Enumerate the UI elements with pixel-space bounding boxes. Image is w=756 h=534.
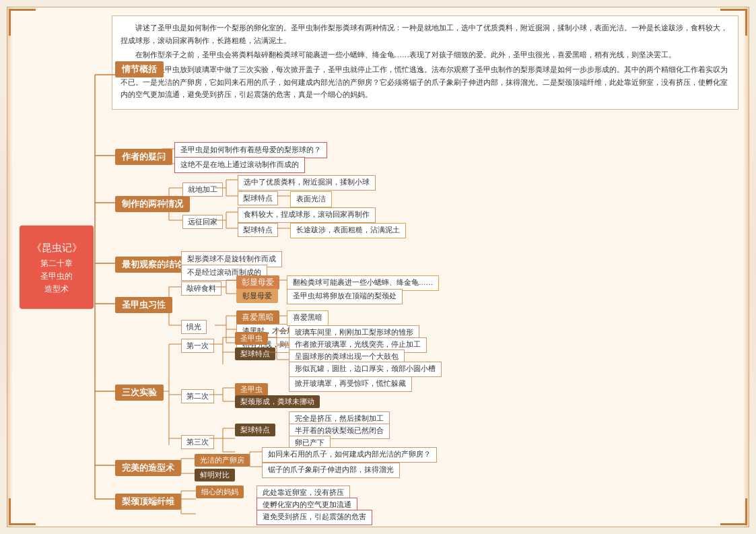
jiudi-desc: 选中了优质粪料，附近掘洞，揉制小球 (238, 175, 376, 191)
paragraph-line3: 作者将圣甲虫放到玻璃罩中做了三次实验，每次掀开盖子，圣甲虫就停止工作，慌忙逃逸。… (121, 63, 730, 101)
jiudi-features-label: 梨球特点 (238, 191, 278, 205)
di-san-ci: 第三次 (181, 435, 214, 449)
chapter-title: 第二十章圣甲虫的造型术 (25, 257, 88, 296)
corner-decoration-tl (9, 9, 36, 36)
zhang-muai-2: 彰显母爱 (236, 289, 278, 303)
jiudi-jiagong: 就地加工 (182, 182, 223, 197)
sanci-second-desc1: 掀开玻璃罩，再受惊吓，慌忙躲藏 (289, 376, 412, 392)
section-zuozhe-yiwen: 作者的疑问 (115, 149, 172, 165)
section-zhizuo: 制作的两种情况 (115, 196, 190, 212)
shengjiachong-luan: 圣甲虫却将卵放在顶端的梨颈处 (287, 289, 403, 304)
lijing-desc3: 避免受到挤压，引起震荡的危害 (256, 510, 372, 525)
section-zuichu: 最初观察的结论 (115, 257, 190, 273)
qiao-shiliao: 敲碎食料 (181, 281, 221, 296)
section-lijing: 梨颈顶端纤维 (115, 494, 181, 510)
paragraph-line2: 在制作型亲子之前，圣甲虫会将粪料敲碎翻检粪球可能裹进一些小蟋蟀、绛金龟……表现了… (121, 48, 730, 61)
section-wanmei: 完美的造型术 (115, 460, 181, 476)
lijing-label: 细心的妈妈 (196, 486, 244, 498)
sanci-second-lijiu: 梨颈形成，粪球未挪动 (235, 395, 320, 408)
yuanzheng-feature: 长途跋涉，表面粗糙，沾满泥土 (290, 223, 406, 238)
di-yi-ci: 第一次 (181, 339, 214, 353)
ju-guang: 惧光 (181, 320, 207, 334)
xi-hei-an: 喜爱黑暗 (236, 310, 279, 325)
corner-decoration-br (720, 498, 747, 525)
question-2: 这绝不是在地上通过滚动制作而成的 (174, 157, 305, 173)
sanci-first-lijiu-desc2: 形似瓦罐，圆肚，边口厚实，颈部小圆小槽 (289, 362, 442, 377)
wanmei-q1: 如同来石用的爪子，如何建成内部光洁的产卵房？ (262, 447, 437, 463)
di-er-ci: 第二次 (181, 389, 214, 403)
zhang-muai: 彰显母爱 (236, 275, 279, 290)
sanci-third-lijiu-label: 梨球特点 (235, 424, 275, 436)
wanmei-contrast: 鲜明对比 (195, 469, 235, 481)
section-xixing: 圣甲虫习性 (115, 297, 172, 313)
title-block: 《昆虫记》 第二十章圣甲虫的造型术 (20, 225, 94, 309)
book-title: 《昆虫记》 (25, 238, 88, 257)
main-container: 《昆虫记》 第二十章圣甲虫的造型术 (7, 7, 749, 527)
paragraph-line1: 讲述了圣甲虫是如何制作一个梨形的卵化室的。圣甲虫制作梨形粪球有两种情况：一种是就… (121, 22, 730, 46)
wanmei-guangjie: 光洁的产卵房 (195, 454, 250, 467)
sanci-second-shengjiachong: 圣甲虫 (235, 383, 268, 396)
jiudi-feature: 表面光洁 (290, 191, 332, 207)
paragraph-text: 讲述了圣甲虫是如何制作一个梨形的卵化室的。圣甲虫制作梨形粪球有两种情况：一种是就… (112, 15, 738, 110)
sanci-first-lijiu: 梨球特点 (235, 347, 275, 360)
yuanzheng-features-label: 梨球特点 (238, 223, 278, 237)
question-1: 圣甲虫是如何制作有着慈母爱的梨形球的？ (174, 142, 327, 158)
wanmei-q2: 锯子的爪子象刷子伸进内部，抹得溜光 (262, 463, 400, 478)
section-sanci: 三次实验 (115, 385, 164, 401)
yuanzheng-desc: 食料较大，捏成球形，滚动回家再制作 (238, 207, 376, 223)
left-decoration (7, 7, 13, 527)
section-jiejie-gaikuo: 情节概括 (115, 61, 164, 77)
yuanzheng-huijia: 远征回家 (182, 215, 223, 229)
right-decoration (743, 7, 749, 527)
sanci-first-shengjiachong: 圣甲虫 (235, 332, 268, 345)
xi-hei-an-desc: 喜爱黑暗 (287, 310, 329, 326)
corner-decoration-bl (9, 498, 36, 525)
corner-decoration-tr (720, 9, 747, 36)
